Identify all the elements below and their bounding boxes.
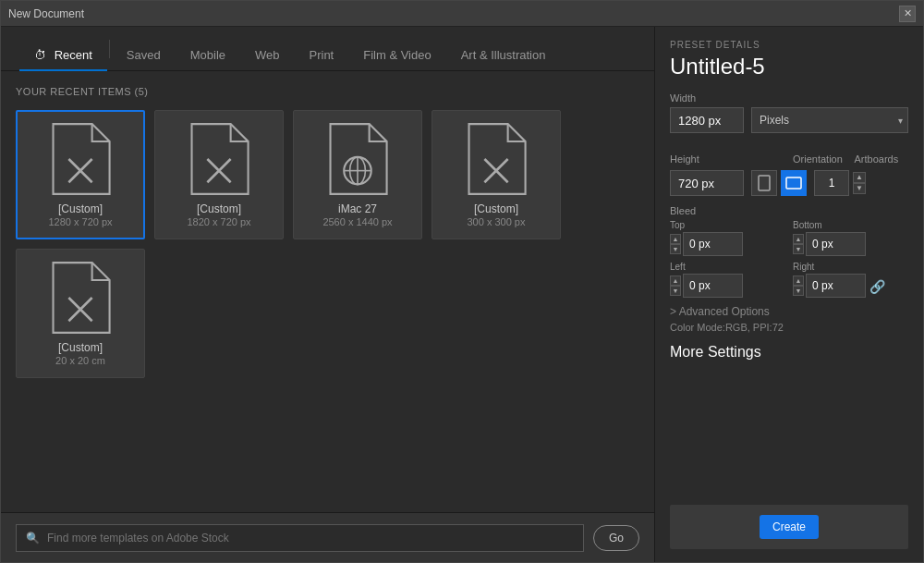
left-input[interactable] bbox=[683, 274, 743, 298]
close-button[interactable]: ✕ bbox=[899, 6, 916, 22]
preset-name: Untitled-5 bbox=[670, 54, 908, 80]
search-input[interactable] bbox=[47, 532, 574, 545]
left-down-button[interactable]: ▼ bbox=[670, 286, 681, 296]
bleed-right-field: Right ▲ ▼ 🔗 bbox=[793, 262, 908, 298]
top-input-wrap: ▲ ▼ bbox=[670, 232, 785, 256]
width-input[interactable] bbox=[670, 107, 744, 133]
clock-icon: ⏱ bbox=[34, 48, 46, 62]
create-area: Create bbox=[670, 496, 908, 549]
right-down-button[interactable]: ▼ bbox=[793, 286, 804, 296]
tab-artillustration[interactable]: Art & Illustration bbox=[446, 41, 561, 71]
width-section: Width Pixels Inches Centimeters Millimet… bbox=[670, 92, 908, 142]
height-orientation-row: ▲ ▼ bbox=[670, 170, 908, 196]
create-button[interactable]: Create bbox=[760, 515, 819, 539]
bleed-bottom-field: Bottom ▲ ▼ bbox=[793, 220, 908, 256]
top-input[interactable] bbox=[683, 232, 743, 256]
tab-recent[interactable]: ⏱ Recent bbox=[19, 41, 107, 71]
titlebar: New Document ✕ bbox=[1, 1, 923, 27]
list-item[interactable]: [Custom] 1280 x 720 px bbox=[16, 110, 145, 239]
item-sublabel: 1280 x 720 px bbox=[48, 216, 112, 227]
bottom-search-bar: 🔍 Go bbox=[1, 512, 654, 562]
search-icon: 🔍 bbox=[26, 532, 40, 545]
color-mode-text: Color Mode:RGB, PPI:72 bbox=[670, 322, 908, 333]
bleed-left-field: Left ▲ ▼ bbox=[670, 262, 785, 298]
bottom-label: Bottom bbox=[793, 220, 908, 230]
artboards-field: ▲ ▼ bbox=[814, 170, 866, 196]
more-settings-label: More Settings bbox=[670, 344, 908, 361]
search-bar-container: 🔍 bbox=[16, 524, 584, 552]
right-input[interactable] bbox=[806, 274, 866, 298]
item-sublabel: 1820 x 720 px bbox=[187, 216, 250, 227]
document-icon bbox=[48, 122, 113, 196]
artboards-down-button[interactable]: ▼ bbox=[853, 183, 866, 194]
left-label: Left bbox=[670, 262, 785, 272]
unit-select-wrapper: Pixels Inches Centimeters Millimeters Po… bbox=[751, 107, 908, 133]
artboards-up-button[interactable]: ▲ bbox=[853, 172, 866, 183]
left-input-wrap: ▲ ▼ bbox=[670, 274, 785, 298]
tab-web[interactable]: Web bbox=[240, 41, 295, 71]
document-icon bbox=[48, 261, 113, 335]
item-sublabel: 300 x 300 px bbox=[468, 216, 526, 227]
left-panel: ⏱ Recent Saved Mobile Web Print Film & V… bbox=[1, 27, 655, 562]
bottom-spinner: ▲ ▼ bbox=[793, 234, 804, 254]
bottom-down-button[interactable]: ▼ bbox=[793, 244, 804, 254]
height-orientation-labels: Height Orientation Artboards bbox=[670, 153, 908, 168]
recent-section: YOUR RECENT ITEMS (5) [Custom] bbox=[1, 71, 654, 512]
advanced-options-label: > Advanced Options bbox=[670, 305, 770, 318]
artboards-spinner: ▲ ▼ bbox=[853, 172, 866, 194]
svg-rect-12 bbox=[759, 176, 770, 190]
orientation-label: Orientation bbox=[793, 153, 847, 165]
tab-filmvideo[interactable]: Film & Video bbox=[348, 41, 445, 71]
tab-print[interactable]: Print bbox=[295, 41, 349, 71]
width-label: Width bbox=[670, 92, 908, 104]
bleed-fields: Top ▲ ▼ Bottom ▲ ▼ bbox=[670, 220, 908, 298]
bleed-top-field: Top ▲ ▼ bbox=[670, 220, 785, 256]
bottom-input-wrap: ▲ ▼ bbox=[793, 232, 908, 256]
item-label: iMac 27 bbox=[338, 202, 377, 217]
document-icon bbox=[325, 122, 390, 196]
right-up-button[interactable]: ▲ bbox=[793, 275, 804, 286]
document-icon bbox=[187, 122, 251, 196]
height-input[interactable] bbox=[670, 170, 744, 196]
bottom-input[interactable] bbox=[806, 232, 866, 256]
right-panel: PRESET DETAILS Untitled-5 Width Pixels I… bbox=[655, 27, 923, 562]
svg-rect-13 bbox=[786, 177, 801, 189]
landscape-button[interactable] bbox=[781, 170, 807, 196]
item-label: [Custom] bbox=[58, 340, 103, 356]
item-sublabel: 20 x 20 cm bbox=[55, 355, 105, 366]
preset-details-label: PRESET DETAILS bbox=[670, 40, 908, 50]
unit-select[interactable]: Pixels Inches Centimeters Millimeters Po… bbox=[751, 107, 908, 133]
bleed-label: Bleed bbox=[670, 205, 908, 216]
item-label: [Custom] bbox=[58, 202, 103, 217]
new-document-window: New Document ✕ ⏱ Recent Saved Mobile Web bbox=[0, 0, 924, 563]
go-button[interactable]: Go bbox=[593, 525, 639, 551]
right-spinner: ▲ ▼ bbox=[793, 275, 804, 296]
tab-separator bbox=[109, 40, 110, 58]
link-icon[interactable]: 🔗 bbox=[869, 279, 885, 294]
artboards-input[interactable] bbox=[814, 170, 849, 196]
orientation-group bbox=[751, 170, 807, 196]
item-label: [Custom] bbox=[197, 202, 241, 217]
document-icon bbox=[464, 122, 529, 196]
tab-saved[interactable]: Saved bbox=[112, 41, 176, 71]
advanced-options-toggle[interactable]: > Advanced Options bbox=[670, 305, 908, 318]
right-input-wrap: ▲ ▼ bbox=[793, 274, 866, 298]
width-row: Pixels Inches Centimeters Millimeters Po… bbox=[670, 107, 908, 133]
list-item[interactable]: [Custom] 20 x 20 cm bbox=[16, 249, 145, 378]
item-sublabel: 2560 x 1440 px bbox=[322, 216, 392, 227]
top-down-button[interactable]: ▼ bbox=[670, 244, 681, 254]
left-up-button[interactable]: ▲ bbox=[670, 275, 681, 286]
top-label: Top bbox=[670, 220, 785, 230]
portrait-button[interactable] bbox=[751, 170, 777, 196]
top-up-button[interactable]: ▲ bbox=[670, 234, 681, 244]
tab-mobile[interactable]: Mobile bbox=[176, 41, 240, 71]
list-item[interactable]: [Custom] 1820 x 720 px bbox=[154, 110, 284, 239]
artboards-label: Artboards bbox=[855, 153, 909, 165]
window-title: New Document bbox=[8, 7, 84, 20]
tabs-bar: ⏱ Recent Saved Mobile Web Print Film & V… bbox=[1, 27, 654, 71]
list-item[interactable]: [Custom] 300 x 300 px bbox=[432, 110, 561, 239]
list-item[interactable]: iMac 27 2560 x 1440 px bbox=[293, 110, 422, 239]
height-label: Height bbox=[670, 153, 785, 165]
bottom-up-button[interactable]: ▲ bbox=[793, 234, 804, 244]
left-spinner: ▲ ▼ bbox=[670, 275, 681, 296]
